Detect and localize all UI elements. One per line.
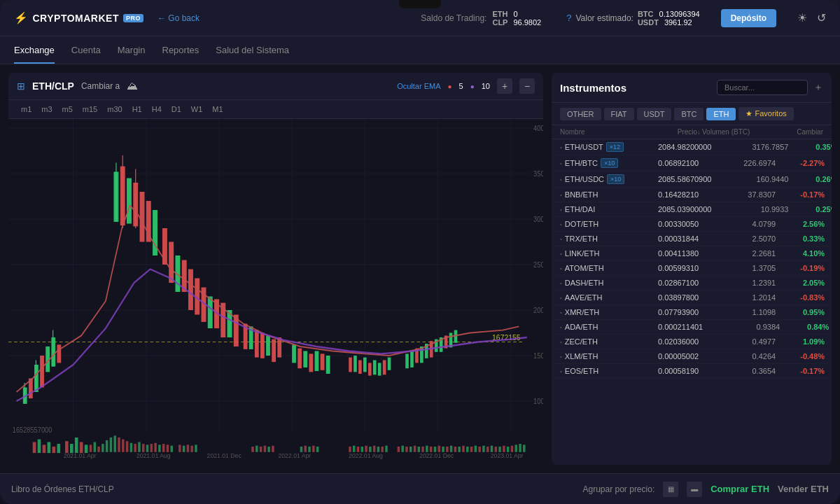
tf-m30[interactable]: m30 xyxy=(103,103,126,115)
svg-text:2022.01 Aug: 2022.01 Aug xyxy=(349,451,383,459)
chart-collapse-button[interactable]: − xyxy=(519,78,535,94)
nav-reportes[interactable]: Reportes xyxy=(162,45,200,64)
instrument-row[interactable]: • EOS/ETH 0.00058190 0.3654 -0.17% xyxy=(552,364,832,379)
main-content: ⊞ ETH/CLP Cambiar a ⛰ Ocultar EMA ● 5 ● … xyxy=(0,64,840,473)
filter-other[interactable]: OTHER xyxy=(560,108,601,120)
instrument-row[interactable]: • DOT/ETH 0.00330050 4.0799 2.56% xyxy=(552,217,832,232)
group-increase-button[interactable]: ▦ xyxy=(663,482,678,497)
group-decrease-button[interactable]: ▬ xyxy=(687,482,702,497)
svg-rect-90 xyxy=(388,358,391,370)
nav-salud[interactable]: Salud del Sistema xyxy=(216,45,289,64)
instrument-row[interactable]: • BNB/ETH 0.16428210 37.8307 -0.17% xyxy=(552,188,832,202)
svg-text:16528557000: 16528557000 xyxy=(13,426,52,435)
instruments-expand-icon[interactable]: ＋ xyxy=(813,81,823,94)
svg-rect-159 xyxy=(410,447,412,452)
instrument-row[interactable]: • ZEC/ETH 0.02036000 0.4977 1.09% xyxy=(552,335,832,349)
svg-rect-41 xyxy=(40,356,44,388)
instrument-price: 0.00058190 xyxy=(658,367,699,375)
instrument-row[interactable]: • ETH/USDT ×12 2084.98200000 3176.7857 0… xyxy=(552,139,832,155)
filter-fiat[interactable]: FIAT xyxy=(604,108,634,120)
instrument-price: 0.000211401 xyxy=(658,323,703,331)
instrument-row[interactable]: • ATOM/ETH 0.00599310 1.3705 -0.19% xyxy=(552,261,832,276)
hide-ema-button[interactable]: Ocultar EMA xyxy=(397,82,440,90)
tf-m5[interactable]: m5 xyxy=(58,103,77,115)
refresh-icon[interactable]: ↺ xyxy=(817,11,826,24)
tf-m1-monthly[interactable]: M1 xyxy=(208,103,227,115)
instrument-row[interactable]: • DASH/ETH 0.02867100 1.2391 2.05% xyxy=(552,276,832,290)
instrument-price: 0.02036000 xyxy=(658,337,699,346)
buy-button[interactable]: Comprar ETH xyxy=(710,484,769,494)
svg-rect-174 xyxy=(470,447,472,452)
nav-cuenta[interactable]: Cuenta xyxy=(71,45,101,64)
svg-rect-71 xyxy=(260,333,265,358)
instrument-change: -0.48% xyxy=(776,352,825,360)
tf-m1[interactable]: m1 xyxy=(17,103,36,115)
svg-rect-0 xyxy=(8,119,543,465)
svg-rect-158 xyxy=(405,447,407,452)
svg-rect-109 xyxy=(90,444,92,451)
leverage-badge: ×10 xyxy=(607,174,624,184)
nav-exchange[interactable]: Exchange xyxy=(14,45,55,64)
svg-rect-28 xyxy=(48,442,51,454)
svg-rect-135 xyxy=(251,447,253,452)
logo: ⚡ CRYPTOMARKET PRO xyxy=(14,11,144,24)
sell-button[interactable]: Vender ETH xyxy=(778,484,829,494)
svg-rect-165 xyxy=(434,447,436,452)
svg-rect-115 xyxy=(113,435,115,451)
balance-label: Saldo de Trading: xyxy=(421,13,486,23)
tf-h4[interactable]: H4 xyxy=(148,103,166,115)
svg-rect-53 xyxy=(140,192,145,242)
filter-usdt[interactable]: USDT xyxy=(637,108,672,120)
go-back-link[interactable]: ← Go back xyxy=(158,13,200,23)
instrument-row[interactable]: • ADA/ETH 0.000211401 0.9384 0.84% xyxy=(552,320,832,335)
instrument-name: • XLM/ETH xyxy=(560,352,658,360)
tf-m15[interactable]: m15 xyxy=(78,103,102,115)
theme-icon[interactable]: ☀ xyxy=(797,11,807,24)
dot-icon: • xyxy=(560,280,562,286)
instrument-volume: 0.4977 xyxy=(699,337,776,346)
filter-btc[interactable]: BTC xyxy=(674,108,704,120)
tf-d1[interactable]: D1 xyxy=(167,103,186,115)
dot-icon: • xyxy=(560,295,562,301)
dot-icon: • xyxy=(560,176,562,183)
svg-rect-180 xyxy=(495,447,497,452)
mountain-icon[interactable]: ⛰ xyxy=(127,80,138,92)
timeframe-bar: m1 m3 m5 m15 m30 H1 H4 D1 W1 M1 xyxy=(8,100,543,119)
svg-text:2022.01 Dec: 2022.01 Dec xyxy=(419,451,454,459)
instruments-header: Instrumentos ＋ xyxy=(552,73,832,103)
instrument-price: 0.03897800 xyxy=(658,293,699,302)
tf-h1[interactable]: H1 xyxy=(128,103,146,115)
instrument-change: 0.84% xyxy=(780,323,829,331)
instrument-row[interactable]: • AAVE/ETH 0.03897800 1.2014 -0.83% xyxy=(552,290,832,305)
svg-rect-181 xyxy=(498,447,500,452)
svg-text:2021.01 Aug: 2021.01 Aug xyxy=(136,451,171,459)
sort-arrow: ↓ xyxy=(697,128,701,136)
deposit-button[interactable]: Depósito xyxy=(721,9,776,27)
instrument-volume: 0.9384 xyxy=(703,323,780,331)
instrument-row[interactable]: • LINK/ETH 0.00411380 2.2681 4.10% xyxy=(552,246,832,261)
instrument-row[interactable]: • XLM/ETH 0.00005002 0.4264 -0.48% xyxy=(552,349,832,364)
chart-expand-button[interactable]: + xyxy=(497,78,512,94)
svg-rect-72 xyxy=(266,335,270,356)
clp-currency: CLP xyxy=(492,18,507,27)
instruments-search[interactable] xyxy=(717,80,808,95)
instrument-row[interactable]: • TRX/ETH 0.00031844 2.5070 0.33% xyxy=(552,232,832,246)
filter-favorites[interactable]: ★ Favoritos xyxy=(738,107,793,120)
svg-rect-124 xyxy=(150,444,153,452)
chart-expand-icon[interactable]: ⊞ xyxy=(17,80,25,92)
instrument-row[interactable]: • ETH/DAI 2085.03900000 10.9933 0.25% xyxy=(552,202,832,217)
tf-m3[interactable]: m3 xyxy=(37,103,56,115)
tf-w1[interactable]: W1 xyxy=(187,103,207,115)
svg-rect-138 xyxy=(264,446,266,452)
go-back-text: ← Go back xyxy=(158,13,200,23)
svg-rect-122 xyxy=(142,444,144,452)
instrument-row[interactable]: • ETH/BTC ×10 0.06892100 226.6974 -2.27% xyxy=(552,155,832,172)
filter-eth[interactable]: ETH xyxy=(706,108,736,120)
instrument-name: • ETH/USDC ×10 xyxy=(560,174,658,184)
nav-margin[interactable]: Margin xyxy=(118,45,146,64)
instrument-row[interactable]: • XMR/ETH 0.07793900 1.1098 0.95% xyxy=(552,305,832,320)
instrument-row[interactable]: • ETH/USDC ×10 2085.58670900 160.9440 0.… xyxy=(552,172,832,188)
svg-rect-161 xyxy=(418,447,420,452)
instrument-volume: 160.9440 xyxy=(711,175,788,183)
instrument-price: 0.07793900 xyxy=(658,308,699,316)
